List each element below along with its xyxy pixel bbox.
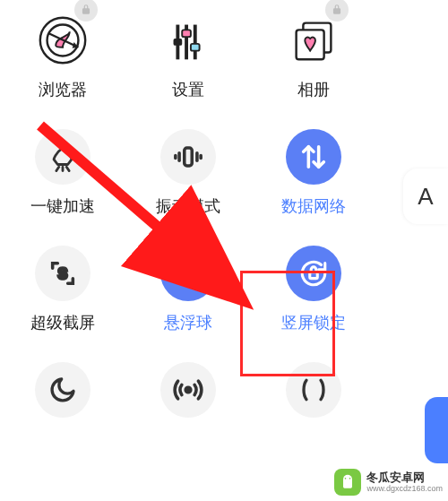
svg-rect-8 [191,44,200,51]
toggle-extra[interactable] [251,358,376,421]
svg-rect-7 [182,30,191,37]
app-label: 相册 [297,79,330,100]
app-gallery[interactable]: 相册 [251,9,376,100]
svg-point-26 [345,478,347,479]
screenshot-icon: S [35,246,90,301]
app-browser[interactable]: 浏览器 [0,9,125,100]
watermark-url: www.dgxcdz168.com [366,485,443,493]
svg-point-21 [186,272,190,275]
svg-rect-5 [194,25,197,60]
toggle-label: 竖屏锁定 [281,312,346,333]
toggle-vibrate[interactable]: 振动模式 [125,125,251,217]
side-font-tab[interactable]: A [403,168,448,224]
generic-icon [286,362,341,418]
toggle-label: 一键加速 [30,195,95,217]
watermark-logo-icon [334,469,361,496]
browser-icon [31,9,94,72]
toggle-data-network[interactable]: 数据网络 [251,125,376,217]
svg-text:S: S [58,266,67,281]
watermark-title: 冬瓜安卓网 [366,471,443,483]
watermark: 冬瓜安卓网 www.dgxcdz168.com [334,469,443,496]
data-arrows-icon [286,129,341,185]
app-label: 设置 [172,79,204,100]
toggle-night-mode[interactable] [0,358,125,421]
svg-point-27 [349,478,351,479]
lock-icon [74,0,98,22]
toggle-boost[interactable]: 一键加速 [0,125,125,217]
vibrate-icon [160,129,216,185]
toggle-label: 悬浮球 [164,312,212,333]
quick-settings-grid: 浏览器 设置 相册 [0,0,376,421]
toggle-super-screenshot[interactable]: S 超级截屏 [0,242,125,333]
svg-rect-6 [174,39,183,46]
svg-rect-11 [185,148,193,166]
hotspot-icon [160,362,216,418]
toggle-label: 超级截屏 [30,312,95,333]
toggle-label: 振动模式 [156,195,220,217]
rotation-lock-icon [286,246,341,301]
gallery-icon [282,9,345,72]
toggle-label: 数据网络 [281,195,346,217]
side-tab-label: A [418,183,433,211]
app-label: 浏览器 [39,79,87,100]
lock-icon [325,0,349,22]
target-icon [160,246,216,301]
rocket-icon [35,129,90,185]
moon-icon [35,362,90,418]
toggle-rotation-lock[interactable]: 竖屏锁定 [251,242,376,333]
toggle-float-ball[interactable]: 悬浮球 [125,242,251,333]
svg-point-23 [185,387,191,393]
toggle-hotspot[interactable] [125,358,251,421]
side-indicator [425,397,448,463]
app-settings[interactable]: 设置 [125,9,251,100]
settings-icon [157,9,220,72]
